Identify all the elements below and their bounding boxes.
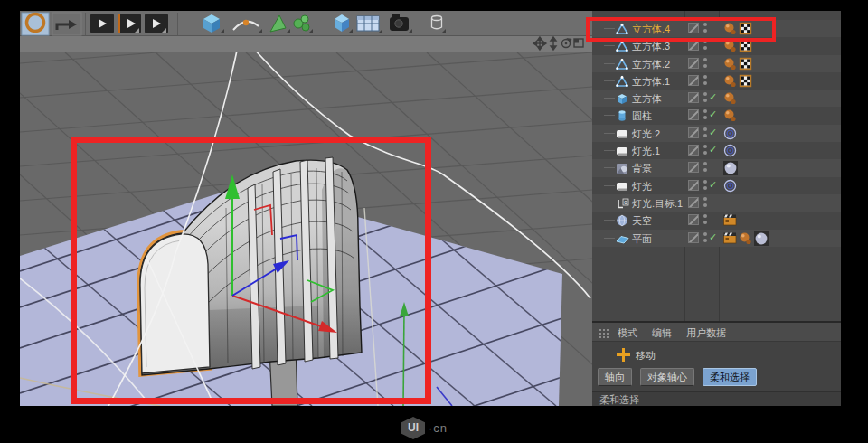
uvw-tag[interactable]	[739, 57, 752, 71]
compositing-tag[interactable]	[723, 231, 737, 245]
layer-toggle[interactable]	[688, 180, 699, 191]
object-label[interactable]: 天空	[632, 214, 652, 228]
menu-edit[interactable]: 编辑	[652, 326, 672, 340]
move-arrow-tool-icon[interactable]	[52, 13, 81, 35]
layer-toggle[interactable]	[688, 58, 699, 69]
layer-toggle[interactable]	[688, 92, 699, 103]
phong-tag[interactable]	[723, 91, 737, 105]
tab-button-柔和选择[interactable]: 柔和选择	[703, 368, 757, 386]
layer-toggle[interactable]	[688, 40, 699, 51]
uvw-tag[interactable]	[739, 22, 752, 35]
object-row[interactable]: 立方体.3	[592, 37, 841, 54]
object-row[interactable]: 0灯光.目标.1	[592, 194, 841, 212]
object-manager[interactable]: 立方体.4立方体.3立方体.2立方体.1立方体✓圆柱✓灯光.2✓灯光.1✓背景灯…	[592, 11, 841, 321]
target-tag[interactable]	[723, 179, 737, 193]
object-label[interactable]: 圆柱	[632, 109, 652, 123]
object-row[interactable]: 天空	[592, 212, 841, 229]
visibility-dots[interactable]	[703, 108, 708, 122]
layer-toggle[interactable]	[688, 75, 699, 86]
object-label[interactable]: 立方体.2	[632, 58, 670, 71]
object-row[interactable]: 立方体.2	[592, 55, 841, 72]
tab-button-轴向[interactable]: 轴向	[598, 368, 632, 386]
layer-toggle[interactable]	[688, 197, 699, 208]
visibility-dots[interactable]	[703, 57, 708, 71]
target-tag[interactable]	[723, 144, 737, 157]
render-settings-icon[interactable]	[145, 14, 168, 33]
object-label[interactable]: 灯光	[632, 180, 652, 193]
material-tag[interactable]	[754, 231, 768, 245]
tab-button-对象轴心[interactable]: 对象轴心	[640, 368, 694, 386]
layer-toggle[interactable]	[688, 145, 699, 156]
visibility-dots[interactable]	[703, 127, 708, 140]
object-row[interactable]: 灯光✓	[592, 177, 841, 194]
polygon-icon	[616, 58, 628, 71]
visibility-dots[interactable]	[703, 91, 708, 105]
phong-tag[interactable]	[723, 39, 737, 52]
polygon-icon	[616, 40, 628, 52]
target-tag[interactable]	[723, 127, 737, 140]
layer-toggle[interactable]	[688, 23, 699, 33]
object-row[interactable]: 灯光.2✓	[592, 125, 841, 142]
menu-mode[interactable]: 模式	[618, 326, 637, 340]
phong-tag[interactable]	[723, 22, 737, 35]
object-row[interactable]: 灯光.1✓	[592, 142, 841, 159]
uvw-tag[interactable]	[739, 74, 752, 88]
phong-tag[interactable]	[723, 108, 737, 122]
tree-stub	[604, 185, 615, 186]
array-grid-icon[interactable]	[357, 16, 382, 33]
object-label[interactable]: 立方体.1	[632, 75, 670, 89]
tree-stub	[604, 220, 615, 221]
enabled-check[interactable]: ✓	[709, 144, 717, 156]
object-label[interactable]: 背景	[632, 162, 652, 175]
visibility-dots[interactable]	[703, 161, 708, 174]
render-picture-viewer-icon[interactable]	[118, 14, 141, 33]
compositing-tag[interactable]	[723, 213, 737, 227]
object-row[interactable]: 立方体.1	[592, 72, 841, 90]
light-icon	[616, 145, 628, 157]
material-tag[interactable]	[723, 161, 737, 174]
enabled-check[interactable]: ✓	[709, 108, 717, 120]
section-soft-selection[interactable]: 柔和选择	[592, 391, 841, 406]
enabled-check[interactable]: ✓	[709, 179, 717, 191]
layer-toggle[interactable]	[688, 127, 699, 138]
object-row[interactable]: 背景	[592, 159, 841, 176]
visibility-dots[interactable]	[703, 74, 708, 88]
layer-toggle[interactable]	[688, 109, 699, 120]
object-row[interactable]: 立方体.4	[592, 20, 841, 37]
layer-toggle[interactable]	[688, 162, 699, 173]
object-label[interactable]: 立方体.3	[632, 40, 670, 53]
object-row[interactable]: 平面✓	[592, 230, 841, 247]
enabled-check[interactable]: ✓	[709, 127, 717, 138]
object-row[interactable]: 立方体✓	[592, 90, 841, 107]
visibility-dots[interactable]	[703, 39, 708, 52]
layer-toggle[interactable]	[688, 232, 699, 243]
phong-tag[interactable]	[723, 57, 737, 71]
visibility-dots[interactable]	[703, 179, 708, 193]
enabled-check[interactable]: ✓	[709, 231, 717, 243]
visibility-dots[interactable]	[703, 213, 708, 227]
phong-tag[interactable]	[739, 231, 752, 245]
mode-grid-icon[interactable]	[599, 328, 610, 339]
object-label[interactable]: 灯光.1	[632, 145, 660, 158]
object-label[interactable]: 灯光.目标.1	[632, 197, 683, 211]
uvw-tag[interactable]	[739, 39, 752, 52]
selected-tool-rotate-icon[interactable]	[22, 13, 49, 35]
tree-stub	[604, 80, 615, 81]
menu-user-data[interactable]: 用户数据	[686, 326, 726, 340]
object-label[interactable]: 灯光.2	[632, 127, 660, 141]
visibility-dots[interactable]	[703, 144, 708, 157]
null-target-icon: 0	[616, 197, 628, 210]
object-label[interactable]: 平面	[632, 232, 652, 246]
viewport-scene[interactable]	[20, 36, 592, 406]
object-label[interactable]: 立方体	[632, 92, 662, 106]
visibility-dots[interactable]	[703, 196, 708, 210]
object-label[interactable]: 立方体.4	[632, 23, 670, 36]
phong-tag[interactable]	[723, 74, 737, 88]
layer-toggle[interactable]	[688, 214, 699, 225]
tree-stub	[604, 63, 615, 64]
render-view-icon[interactable]	[90, 14, 114, 33]
object-row[interactable]: 圆柱✓	[592, 107, 841, 124]
enabled-check[interactable]: ✓	[709, 91, 717, 103]
visibility-dots[interactable]	[703, 231, 708, 245]
visibility-dots[interactable]	[703, 22, 708, 35]
